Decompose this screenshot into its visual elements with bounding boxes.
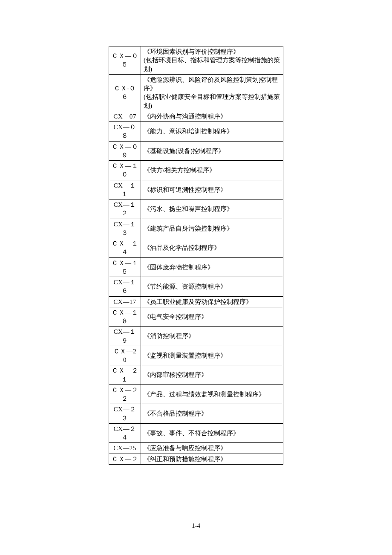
table-row: CX—07《内外协商与沟通控制程序》 bbox=[109, 111, 283, 121]
desc-cell: 《消防控制程序》 bbox=[141, 327, 283, 346]
table-row: ＣＸ—１０《供方/相关方控制程序》 bbox=[109, 161, 283, 180]
page-number: 1-4 bbox=[0, 522, 392, 529]
code-cell: CX—１６ bbox=[109, 277, 141, 297]
code-cell: CX—０８ bbox=[109, 122, 141, 142]
desc-cell: 《固体废弃物控制程序》 bbox=[141, 257, 283, 277]
table-row: CX—１１《标识和可追溯性控制程序》 bbox=[109, 180, 283, 199]
code-cell: CX—１９ bbox=[109, 327, 141, 346]
code-cell: CX—２４ bbox=[109, 423, 141, 443]
table-row: ＣＸ—１４《油品及化学品控制程序》 bbox=[109, 238, 283, 258]
table-row: CX—25《应急准备与响应控制程序》 bbox=[109, 443, 283, 454]
desc-cell: 《产品、过程与绩效监视和测量控制程序》 bbox=[141, 384, 283, 404]
code-cell: ＣＸ—２１ bbox=[109, 365, 141, 385]
code-cell: ＣＸ-０６ bbox=[109, 74, 141, 111]
desc-cell: 《内外协商与沟通控制程序》 bbox=[141, 111, 283, 121]
desc-cell: 《监视和测量装置控制程序》 bbox=[141, 346, 283, 365]
code-cell: ＣＸ—２２ bbox=[109, 384, 141, 404]
desc-cell: 《环境因素识别与评价控制程序》(包括环境目标、指标和管理方案等控制措施的策划) bbox=[141, 46, 283, 75]
desc-cell: 《节约能源、资源控制程序》 bbox=[141, 277, 283, 297]
code-cell: ＣＸ—０９ bbox=[109, 141, 141, 161]
code-cell: ＣＸ—１８ bbox=[109, 307, 141, 327]
table-row: ＣＸ—２《纠正和预防措施控制程序》 bbox=[109, 454, 283, 464]
desc-cell: 《基础设施(设备)控制程序》 bbox=[141, 141, 283, 161]
desc-cell: 《油品及化学品控制程序》 bbox=[141, 238, 283, 258]
desc-cell: 《纠正和预防措施控制程序》 bbox=[141, 454, 283, 464]
code-cell: ＣＸ—０５ bbox=[109, 46, 141, 75]
table-row: CX—０８《能力、意识和培训控制程序》 bbox=[109, 122, 283, 142]
code-cell: CX—17 bbox=[109, 296, 141, 307]
table-row: ＣＸ—０９《基础设施(设备)控制程序》 bbox=[109, 141, 283, 161]
table-body: ＣＸ—０５《环境因素识别与评价控制程序》(包括环境目标、指标和管理方案等控制措施… bbox=[109, 46, 283, 465]
code-cell: CX—２３ bbox=[109, 404, 141, 424]
desc-cell: 《员工职业健康及劳动保护控制程序》 bbox=[141, 296, 283, 307]
desc-cell: 《事故、事件、不符合控制程序》 bbox=[141, 423, 283, 443]
code-cell: CX—07 bbox=[109, 111, 141, 121]
code-cell: CX—１２ bbox=[109, 199, 141, 219]
table-row: ＣＸ—20《监视和测量装置控制程序》 bbox=[109, 346, 283, 365]
code-cell: CX—１１ bbox=[109, 180, 141, 199]
desc-cell: 《供方/相关方控制程序》 bbox=[141, 161, 283, 180]
table-row: CX—２４《事故、事件、不符合控制程序》 bbox=[109, 423, 283, 443]
table-row: ＣＸ—２１《内部审核控制程序》 bbox=[109, 365, 283, 385]
desc-cell: 《应急准备与响应控制程序》 bbox=[141, 443, 283, 454]
code-cell: CX—１３ bbox=[109, 219, 141, 238]
code-cell: ＣＸ—１０ bbox=[109, 161, 141, 180]
table-row: ＣＸ—１８《电气安全控制程序》 bbox=[109, 307, 283, 327]
table-row: CX—１９《消防控制程序》 bbox=[109, 327, 283, 346]
table-row: ＣＸ—２２《产品、过程与绩效监视和测量控制程序》 bbox=[109, 384, 283, 404]
table-row: CX—１６《节约能源、资源控制程序》 bbox=[109, 277, 283, 297]
desc-cell: 《能力、意识和培训控制程序》 bbox=[141, 122, 283, 142]
desc-cell: 《不合格品控制程序》 bbox=[141, 404, 283, 424]
desc-cell: 《电气安全控制程序》 bbox=[141, 307, 283, 327]
table-row: ＣＸ-０６《危险源辨识、风险评价及风险控制策划控制程序》(包括职业健康安全目标和… bbox=[109, 74, 283, 111]
desc-cell: 《内部审核控制程序》 bbox=[141, 365, 283, 385]
desc-cell: 《标识和可追溯性控制程序》 bbox=[141, 180, 283, 199]
code-cell: CX—25 bbox=[109, 443, 141, 454]
table-row: CX—１２《污水、扬尘和噪声控制程序》 bbox=[109, 199, 283, 219]
desc-cell: 《危险源辨识、风险评价及风险控制策划控制程序》(包括职业健康安全目标和管理方案等… bbox=[141, 74, 283, 111]
code-cell: ＣＸ—１４ bbox=[109, 238, 141, 258]
code-cell: ＣＸ—１５ bbox=[109, 257, 141, 277]
table-row: CX—１３《建筑产品自身污染控制程序》 bbox=[109, 219, 283, 238]
table-row: ＣＸ—０５《环境因素识别与评价控制程序》(包括环境目标、指标和管理方案等控制措施… bbox=[109, 46, 283, 75]
table-row: CX—２３《不合格品控制程序》 bbox=[109, 404, 283, 424]
table-row: ＣＸ—１５《固体废弃物控制程序》 bbox=[109, 257, 283, 277]
code-cell: ＣＸ—２ bbox=[109, 454, 141, 464]
procedure-table: ＣＸ—０５《环境因素识别与评价控制程序》(包括环境目标、指标和管理方案等控制措施… bbox=[109, 46, 283, 465]
desc-cell: 《建筑产品自身污染控制程序》 bbox=[141, 219, 283, 238]
desc-cell: 《污水、扬尘和噪声控制程序》 bbox=[141, 199, 283, 219]
code-cell: ＣＸ—20 bbox=[109, 346, 141, 365]
table-row: CX—17《员工职业健康及劳动保护控制程序》 bbox=[109, 296, 283, 307]
